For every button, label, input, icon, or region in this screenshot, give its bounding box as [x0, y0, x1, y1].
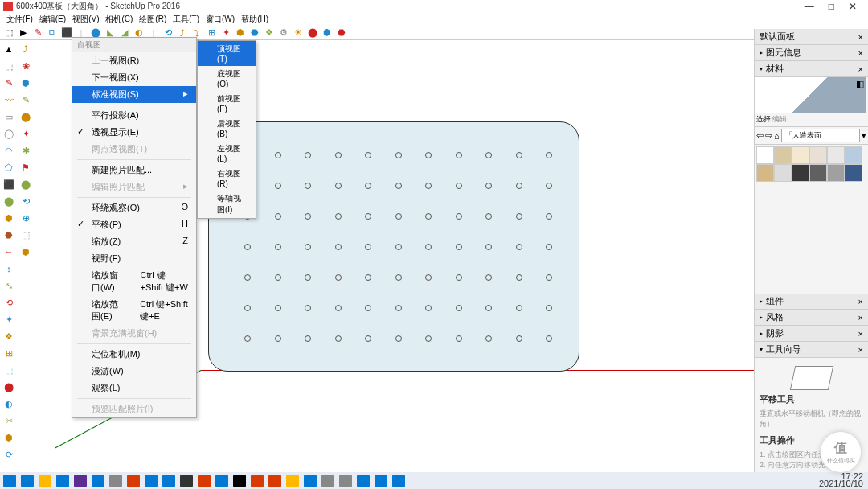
toolbar-icon-14[interactable]: ⊞ [206, 27, 217, 39]
material-swatch[interactable] [809, 164, 827, 182]
menu-icon[interactable]: ▾ [862, 130, 866, 141]
shadows-header[interactable]: ▸阴影× [755, 326, 868, 342]
toolbar-icon-0[interactable]: ⬚ [3, 27, 14, 39]
menu-item[interactable]: 漫游(W) [72, 363, 196, 380]
tool-icon-1[interactable]: ⬚ [2, 59, 16, 73]
tool-icon-18[interactable]: ⊞ [2, 346, 16, 360]
material-swatch[interactable] [756, 146, 774, 164]
components-header[interactable]: ▸组件× [755, 294, 868, 310]
minimize-button[interactable]: — [805, 1, 814, 12]
toolbar-icon-16[interactable]: ⬢ [235, 27, 246, 39]
tool-icon-33[interactable]: ⬤ [18, 177, 33, 191]
submenu-item[interactable]: 右视图(R) [198, 166, 256, 191]
tool-icon-11[interactable]: ⬣ [2, 228, 16, 242]
submenu-item[interactable]: 前视图(F) [198, 91, 256, 116]
toolbar-icon-19[interactable]: ⚙ [278, 27, 289, 39]
menu-item[interactable]: ✓透视显示(E) [72, 124, 196, 141]
menu-5[interactable]: 工具(T) [170, 13, 203, 26]
tool-icon-4[interactable]: ▭ [2, 109, 16, 124]
tool-icon-0[interactable]: ▲ [2, 42, 16, 56]
menu-3[interactable]: 相机(C) [102, 13, 136, 26]
submenu-item[interactable]: 等轴视图(I) [198, 191, 256, 218]
toolbar-icon-2[interactable]: ✎ [32, 27, 43, 39]
tool-icon-34[interactable]: ⟲ [18, 194, 33, 208]
taskbar-icon-13[interactable] [233, 475, 246, 487]
material-swatch[interactable] [827, 164, 845, 182]
menu-7[interactable]: 帮助(H) [238, 13, 272, 26]
taskbar-icon-14[interactable] [251, 475, 264, 487]
taskbar-icon-16[interactable] [286, 475, 299, 487]
tool-icon-24[interactable]: ⟳ [2, 447, 16, 462]
taskbar-icon-3[interactable] [56, 475, 69, 487]
submenu-item[interactable]: 左视图(L) [198, 141, 256, 166]
tool-icon-7[interactable]: ⬠ [2, 160, 16, 175]
tool-icon-20[interactable]: ⬤ [2, 380, 16, 394]
instructor-header[interactable]: ▾工具向导× [755, 342, 868, 358]
panel-close-icon[interactable]: × [858, 32, 863, 42]
toolbar-icon-3[interactable]: ⧉ [47, 27, 58, 39]
menu-item[interactable]: 上一视图(R) [72, 52, 196, 69]
tool-icon-10[interactable]: ⬢ [2, 211, 16, 225]
menu-6[interactable]: 窗口(W) [203, 13, 238, 26]
material-swatch[interactable] [756, 164, 774, 182]
styles-header[interactable]: ▸风格× [755, 310, 868, 326]
menu-item[interactable]: ✓平移(P)H [72, 216, 196, 233]
toolbar-icon-23[interactable]: ⬣ [336, 27, 347, 39]
material-create-icon[interactable]: ◧ [856, 79, 864, 89]
taskbar-icon-9[interactable] [162, 475, 175, 487]
taskbar-icon-7[interactable] [127, 475, 140, 487]
menu-item[interactable]: 缩放(Z)Z [72, 233, 196, 250]
tool-icon-26[interactable]: ❀ [18, 59, 33, 73]
toolbar-icon-18[interactable]: ❖ [264, 27, 275, 39]
camera-menu[interactable]: 自视图 上一视图(R)下一视图(X)标准视图(S)▸平行投影(A)✓透视显示(E… [72, 37, 197, 418]
material-swatch[interactable] [845, 164, 862, 182]
close-button[interactable]: ✕ [849, 1, 857, 12]
tool-icon-19[interactable]: ⬚ [2, 363, 16, 377]
tool-icon-5[interactable]: ◯ [2, 126, 16, 141]
taskbar-icon-10[interactable] [180, 475, 193, 487]
menu-2[interactable]: 视图(V) [69, 13, 102, 26]
menu-item[interactable]: 观察(L) [72, 380, 196, 397]
tool-icon-17[interactable]: ❖ [2, 329, 16, 343]
menu-item[interactable]: 视野(F) [72, 250, 196, 267]
submenu-item[interactable]: 底视图(O) [198, 66, 256, 91]
entity-info-header[interactable]: ▸图元信息× [755, 45, 868, 61]
menu-4[interactable]: 绘图(R) [136, 13, 170, 26]
material-preview[interactable]: ◧ [755, 77, 866, 113]
tool-icon-36[interactable]: ⬚ [18, 228, 33, 242]
tool-icon-14[interactable]: ⤡ [2, 278, 16, 293]
material-swatch[interactable] [845, 146, 862, 164]
menu-item[interactable]: 缩放窗口(W)Ctrl 键+Shift 键+W [72, 267, 196, 296]
taskbar-icon-15[interactable] [268, 475, 281, 487]
material-category-select[interactable]: 「人造表面 [781, 129, 860, 142]
menu-item[interactable]: 缩放范围(E)Ctrl 键+Shift 键+E [72, 296, 196, 325]
material-swatch[interactable] [774, 164, 792, 182]
system-tray[interactable]: 17:22 2021/10/10 [819, 473, 863, 487]
menu-item[interactable]: 下一视图(X) [72, 69, 196, 86]
material-swatch[interactable] [792, 146, 809, 164]
tool-icon-23[interactable]: ⬢ [2, 430, 16, 445]
taskbar-icon-21[interactable] [375, 475, 387, 487]
taskbar[interactable] [0, 472, 868, 489]
menu-0[interactable]: 文件(F) [3, 13, 36, 26]
taskbar-icon-6[interactable] [109, 475, 122, 487]
select-tab[interactable]: 选择 [756, 114, 771, 125]
tool-icon-6[interactable]: ◠ [2, 143, 16, 158]
tool-icon-31[interactable]: ✱ [18, 143, 33, 158]
fwd-icon[interactable]: ⇨ [765, 130, 772, 141]
tool-icon-37[interactable]: ⬢ [18, 244, 33, 259]
tool-icon-27[interactable]: ⬢ [18, 76, 33, 90]
tool-icon-9[interactable]: ⬤ [2, 194, 16, 208]
tool-icon-30[interactable]: ✦ [18, 126, 33, 141]
toolbar-icon-4[interactable]: ⬛ [61, 27, 72, 39]
taskbar-icon-0[interactable] [3, 475, 16, 487]
taskbar-icon-18[interactable] [321, 475, 334, 487]
tool-icon-2[interactable]: ✎ [2, 76, 16, 90]
taskbar-icon-12[interactable] [215, 475, 228, 487]
taskbar-icon-11[interactable] [198, 475, 211, 487]
taskbar-icon-1[interactable] [21, 475, 34, 487]
tool-icon-35[interactable]: ⊕ [18, 211, 33, 225]
tool-icon-16[interactable]: ✦ [2, 312, 16, 327]
taskbar-icon-4[interactable] [74, 475, 87, 487]
home-icon[interactable]: ⌂ [774, 131, 780, 141]
